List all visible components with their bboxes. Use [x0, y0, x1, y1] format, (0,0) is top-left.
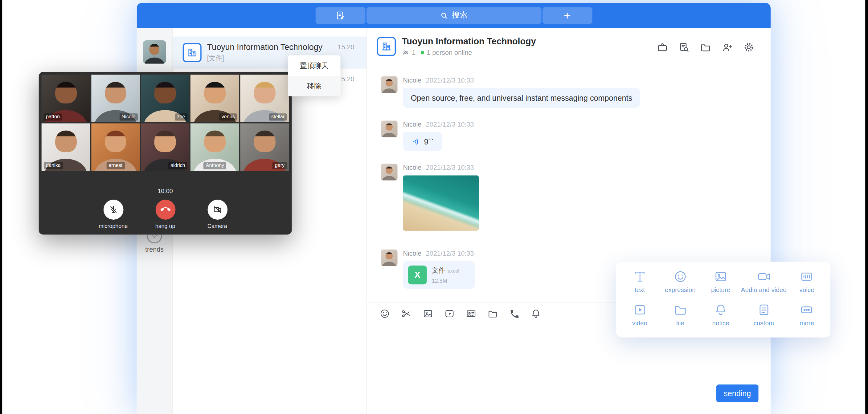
send-image-button[interactable]	[421, 307, 435, 320]
video-tile: gary	[241, 124, 289, 171]
building-icon	[381, 41, 392, 52]
user-avatar[interactable]	[143, 40, 166, 63]
microphone-toggle-button[interactable]	[103, 200, 123, 220]
menu-item-pin-chat[interactable]: 置顶聊天	[288, 56, 341, 76]
plus-icon: +	[563, 9, 570, 22]
notes-button[interactable]	[315, 7, 365, 24]
call-button[interactable]	[508, 307, 521, 320]
contact-card-button[interactable]	[465, 307, 478, 320]
microphone-off-icon	[108, 205, 118, 215]
video-tile: Anthony	[191, 124, 240, 171]
more-icon	[800, 302, 814, 317]
file-size: 12.8M	[432, 278, 459, 284]
message-image: Nicole 2021/12/3 10:33	[381, 164, 757, 231]
custom-document-icon	[756, 302, 771, 317]
sender-name: Nicole	[403, 76, 421, 84]
sender-avatar[interactable]	[381, 121, 398, 137]
feature-more[interactable]: more	[786, 300, 827, 332]
video-tile: zoe	[141, 74, 190, 122]
camera-toggle-button[interactable]	[208, 200, 227, 220]
message-time: 2021/12/3 10:33	[426, 121, 474, 128]
participant-name: patton	[44, 114, 62, 121]
conversation-title: Tuoyun Information Technology	[207, 42, 338, 52]
feature-picture[interactable]: picture	[700, 267, 741, 299]
video-tile: patton	[41, 74, 90, 122]
file-message-card[interactable]: X 文件.excel 12.8M	[403, 261, 475, 289]
search-placeholder: 搜索	[452, 10, 467, 20]
feature-panel: text expression picture Audio	[616, 262, 830, 338]
feature-expression[interactable]: expression	[660, 267, 700, 299]
voice-message-bubble[interactable]: 9``	[403, 132, 442, 151]
file-name: 文件	[432, 267, 445, 275]
chat-title: Tuoyun Information Technology	[402, 37, 536, 46]
add-member-button[interactable]	[720, 40, 734, 54]
hang-up-icon	[160, 205, 170, 215]
chat-header: Tuoyun Information Technology 1 1 person…	[367, 28, 771, 65]
notify-button[interactable]	[529, 307, 542, 320]
participant-name: stellar	[269, 114, 287, 121]
document-search-icon	[678, 41, 689, 53]
message-input[interactable]	[367, 324, 771, 414]
conversation-time: 15:20	[338, 43, 354, 51]
context-menu: 置顶聊天 移除	[288, 56, 341, 96]
video-tile: danika	[41, 124, 90, 171]
video-grid: patton Nicole zoe venus stellar danika e…	[41, 74, 289, 171]
message-voice: Nicole 2021/12/3 10:33 9``	[381, 121, 757, 151]
image-message-thumbnail[interactable]	[403, 175, 479, 231]
emoji-button[interactable]	[378, 307, 392, 320]
feature-voice[interactable]: voice	[786, 267, 827, 299]
participant-name: aldrich	[168, 162, 187, 169]
image-icon	[422, 308, 433, 319]
folder-icon	[700, 41, 711, 53]
chat-actions	[655, 40, 755, 54]
screen: 搜索 + trends	[0, 0, 868, 414]
excel-file-icon: X	[408, 265, 427, 284]
video-tile: venus	[191, 74, 240, 122]
sender-avatar[interactable]	[381, 76, 398, 93]
files-button[interactable]	[699, 40, 712, 54]
message-time: 2021/12/3 10:33	[426, 250, 474, 257]
bell-icon	[530, 308, 541, 319]
send-video-button[interactable]	[443, 307, 456, 320]
settings-button[interactable]	[742, 40, 755, 54]
archive-box-icon	[656, 41, 668, 53]
sender-name: Nicole	[403, 121, 421, 128]
chat-history-search-button[interactable]	[677, 40, 690, 54]
participant-name: venus	[219, 114, 237, 121]
microphone-label: microphone	[99, 223, 128, 229]
participant-name: danika	[44, 162, 63, 169]
menu-item-remove[interactable]: 移除	[288, 76, 341, 96]
chat-panel: Tuoyun Information Technology 1 1 person…	[367, 28, 771, 414]
feature-video[interactable]: video	[620, 300, 660, 332]
topbar: 搜索 +	[137, 3, 771, 28]
feature-audio-video[interactable]: Audio and video	[741, 267, 786, 299]
screenshot-button[interactable]	[400, 307, 413, 320]
notice-bell-icon	[714, 302, 728, 317]
feature-notice[interactable]: notice	[700, 300, 741, 332]
video-tile: aldrich	[141, 124, 190, 171]
send-file-button[interactable]	[486, 307, 499, 320]
feature-text[interactable]: text	[620, 267, 660, 299]
camera-label: Camera	[208, 223, 227, 229]
gear-icon	[743, 41, 754, 53]
feature-custom[interactable]: custom	[741, 300, 786, 332]
video-tile: stellar	[241, 74, 289, 122]
feature-file[interactable]: file	[660, 300, 700, 332]
sender-avatar[interactable]	[381, 164, 398, 181]
hang-up-label: hang up	[155, 223, 176, 229]
video-play-icon	[632, 302, 647, 317]
camera-off-icon	[212, 205, 222, 215]
video-call-window: patton Nicole zoe venus stellar danika e…	[39, 72, 292, 234]
add-button[interactable]: +	[542, 7, 592, 24]
message-time: 2021/12/3 10:33	[426, 164, 474, 171]
search-bar[interactable]: 搜索	[366, 7, 541, 24]
phone-icon	[509, 308, 519, 319]
sender-avatar[interactable]	[381, 250, 398, 266]
participant-name: ernest	[106, 162, 125, 169]
hang-up-button[interactable]	[155, 200, 176, 220]
archive-box-button[interactable]	[655, 40, 669, 54]
search-icon	[440, 11, 448, 20]
participant-name: Nicole	[119, 114, 137, 121]
send-button[interactable]: sending	[716, 384, 758, 402]
participant-name: Anthony	[204, 162, 226, 169]
